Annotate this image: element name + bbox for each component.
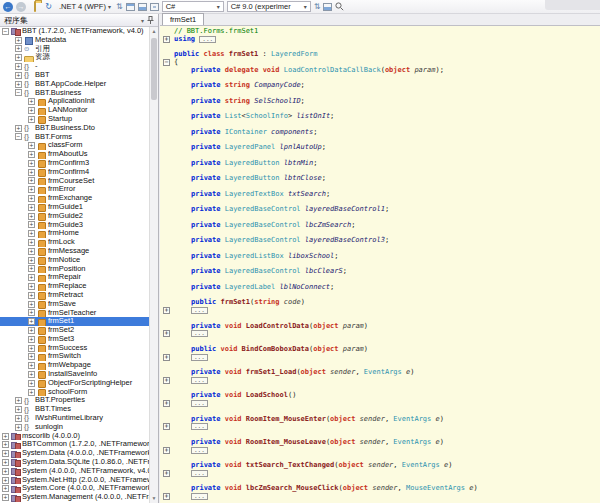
- scrollbar-thumb[interactable]: [151, 38, 157, 100]
- tree-item-frmset3[interactable]: +frmSet3: [0, 335, 149, 344]
- expand-icon[interactable]: +: [2, 494, 9, 501]
- tree-item-frmexchange[interactable]: +frmExchange: [0, 194, 149, 203]
- expand-icon[interactable]: +: [28, 327, 35, 334]
- fold-expand-icon[interactable]: +: [163, 423, 170, 430]
- expand-icon[interactable]: +: [28, 292, 35, 299]
- tree-item-mscorlib-4-0-0-0[interactable]: +mscorlib (4.0.0.0): [0, 432, 149, 441]
- scroll-up-icon[interactable]: ▲: [150, 27, 158, 36]
- chevron-down-icon[interactable]: ▾: [141, 17, 144, 24]
- tree-item-system-data-sqlite-1-0-86-0-ne[interactable]: +System.Data.SQLite (1.0.86.0, .NETFrame…: [0, 458, 149, 467]
- tree-item-lanmonitor[interactable]: +LANMonitor: [0, 106, 149, 115]
- tree-item-bbt-business-dto[interactable]: +{}BBT.Business.Dto: [0, 124, 149, 133]
- collapsed-region[interactable]: ...: [191, 493, 208, 500]
- tree-item-frmposition[interactable]: +frmPosition: [0, 265, 149, 274]
- fold-expand-icon[interactable]: +: [163, 493, 170, 500]
- tree-item-bbt-business[interactable]: −{}BBT.Business: [0, 89, 149, 98]
- expand-icon[interactable]: +: [28, 362, 35, 369]
- tree-item-frmsuccess[interactable]: +frmSuccess: [0, 344, 149, 353]
- tree-item-system-core-4-0-0-0-netframewo[interactable]: +System.Core (4.0.0.0, .NETFramework, v4: [0, 484, 149, 493]
- tree-item-frmretract[interactable]: +frmRetract: [0, 291, 149, 300]
- window-layout-icon[interactable]: [126, 3, 135, 11]
- tree-item-frmconfirm3[interactable]: +frmConfirm3: [0, 159, 149, 168]
- expand-icon[interactable]: +: [15, 54, 22, 61]
- collapsed-region[interactable]: ...: [191, 377, 208, 384]
- fold-expand-icon[interactable]: +: [163, 36, 170, 43]
- tree-item-frmguide2[interactable]: +frmGuide2: [0, 212, 149, 221]
- tree-item-bbt-properties[interactable]: +{}BBT.Properties: [0, 396, 149, 405]
- tree-item-sunlogin[interactable]: +{}sunlogin: [0, 423, 149, 432]
- collapsed-region[interactable]: ...: [199, 36, 216, 43]
- tree-item-classform[interactable]: +classForm: [0, 141, 149, 150]
- expand-icon[interactable]: +: [28, 204, 35, 211]
- tree-item-system-management-4-0-0-0-netf[interactable]: +System.Management (4.0.0.0, .NETFram: [0, 493, 149, 502]
- expand-icon[interactable]: +: [15, 397, 22, 404]
- fold-expand-icon[interactable]: +: [163, 377, 170, 384]
- split-view-icon[interactable]: [150, 3, 159, 11]
- panel-layout-icon[interactable]: [138, 3, 147, 11]
- collapsed-region[interactable]: ...: [191, 470, 208, 477]
- expand-icon[interactable]: +: [28, 160, 35, 167]
- expand-icon[interactable]: +: [28, 107, 35, 114]
- tree-item-frmwebpage[interactable]: +frmWebpage: [0, 361, 149, 370]
- expand-icon[interactable]: +: [28, 195, 35, 202]
- expand-icon[interactable]: +: [28, 169, 35, 176]
- tree-item-frmlock[interactable]: +frmLock: [0, 238, 149, 247]
- fold-expand-icon[interactable]: +: [163, 330, 170, 337]
- expand-icon[interactable]: +: [2, 459, 9, 466]
- sort-assemblies-button[interactable]: ⇅: [116, 2, 123, 12]
- language-select[interactable]: C# ▾: [162, 1, 224, 12]
- tree-item-startup[interactable]: +Startup: [0, 115, 149, 124]
- forward-button[interactable]: →: [16, 2, 26, 12]
- tree-item-frmmessage[interactable]: +frmMessage: [0, 247, 149, 256]
- tree-item-iwshruntimelibrary[interactable]: +{}IWshRuntimeLibrary: [0, 414, 149, 423]
- tree-item-引用[interactable]: +⊙引用: [0, 45, 149, 54]
- tree-item-frmcourseset[interactable]: +frmCourseSet: [0, 177, 149, 186]
- tree-item-bbt-1-7-2-0-netframework-v4-0[interactable]: −BBT (1.7.2.0, .NETFramework, v4.0): [0, 27, 149, 36]
- expand-icon[interactable]: +: [28, 371, 35, 378]
- expand-icon[interactable]: +: [15, 37, 22, 44]
- collapsed-region[interactable]: ...: [191, 354, 208, 361]
- sort-members-button[interactable]: ⇅: [314, 2, 321, 12]
- tree-item-bbtcommon-1-7-2-0-netframework[interactable]: +BBTCommon (1.7.2.0, .NETFramework, v4.0…: [0, 440, 149, 449]
- language-version-select[interactable]: C# 9.0 (experimer ▾: [227, 1, 311, 12]
- expand-icon[interactable]: +: [28, 318, 35, 325]
- expand-icon[interactable]: +: [15, 72, 22, 79]
- expand-icon[interactable]: +: [28, 283, 35, 290]
- tree-item-frmreplace[interactable]: +frmReplace: [0, 282, 149, 291]
- open-file-button[interactable]: [29, 2, 40, 12]
- tab-frmset1[interactable]: frmSet1: [162, 13, 204, 25]
- expand-icon[interactable]: +: [28, 248, 35, 255]
- collapsed-region[interactable]: ...: [191, 400, 208, 407]
- collapsed-region[interactable]: ...: [191, 307, 208, 314]
- tree-item-system-4-0-0-0-netframework-v4[interactable]: +System (4.0.0.0, .NETFramework, v4.0): [0, 467, 149, 476]
- tree-item-bbt-times[interactable]: +{}BBT.Times: [0, 405, 149, 414]
- collapse-icon[interactable]: −: [2, 28, 9, 35]
- expand-icon[interactable]: +: [2, 468, 9, 475]
- tree-item-bbt-forms[interactable]: −{}BBT.Forms: [0, 133, 149, 142]
- scroll-down-icon[interactable]: ▼: [150, 494, 158, 503]
- back-button[interactable]: ←: [3, 2, 13, 12]
- expand-icon[interactable]: +: [2, 433, 9, 440]
- expand-icon[interactable]: +: [28, 257, 35, 264]
- expand-icon[interactable]: +: [28, 353, 35, 360]
- refresh-button[interactable]: ↻: [43, 2, 54, 12]
- expand-icon[interactable]: +: [2, 450, 9, 457]
- tree-item-frmconfirm4[interactable]: +frmConfirm4: [0, 168, 149, 177]
- fullscreen-icon[interactable]: [323, 3, 332, 11]
- code-view[interactable]: // BBT.Forms.frmSet1+using ...public cla…: [160, 26, 600, 503]
- fold-expand-icon[interactable]: +: [163, 400, 170, 407]
- expand-icon[interactable]: +: [28, 213, 35, 220]
- tree-item-frmset1[interactable]: +frmSet1: [0, 317, 149, 326]
- expand-icon[interactable]: +: [28, 380, 35, 387]
- tree-item-objectforscriptinghelper[interactable]: +ObjectForScriptingHelper: [0, 379, 149, 388]
- collapse-icon[interactable]: −: [15, 89, 22, 96]
- expand-icon[interactable]: +: [15, 81, 22, 88]
- tree-item-frmhome[interactable]: +frmHome: [0, 229, 149, 238]
- expand-icon[interactable]: +: [2, 441, 9, 448]
- tree-item-bbt[interactable]: +{}BBT: [0, 71, 149, 80]
- tree-item-frmguide1[interactable]: +frmGuide1: [0, 203, 149, 212]
- tree-item-frmguide3[interactable]: +frmGuide3: [0, 221, 149, 230]
- tree-item-[interactable]: +{}-: [0, 62, 149, 71]
- tree-item-bbt-appcode-helper[interactable]: +{}BBT.AppCode.Helper: [0, 80, 149, 89]
- fold-expand-icon[interactable]: +: [163, 354, 170, 361]
